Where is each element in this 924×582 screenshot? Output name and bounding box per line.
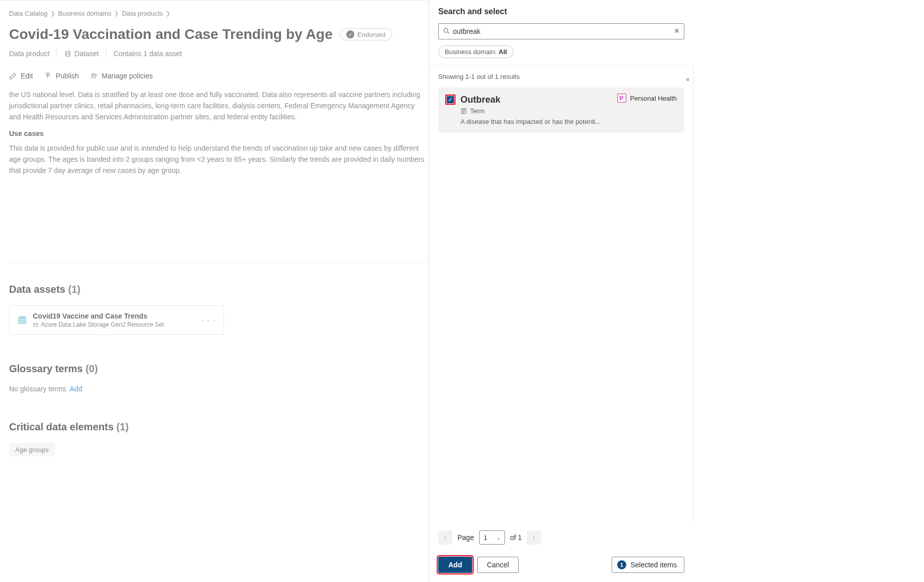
page-of-label: of 1: [510, 533, 522, 542]
cde-heading: Critical data elements (1): [9, 421, 429, 433]
more-icon[interactable]: · · ·: [202, 316, 216, 324]
pagination: ‹ Page 1 ⌄ of 1 ›: [429, 524, 694, 551]
search-icon: [443, 27, 450, 34]
result-item[interactable]: ✓ Outbreak Term A disease that has impac…: [438, 87, 684, 132]
page-select[interactable]: 1 ⌄: [479, 530, 505, 545]
edit-button[interactable]: Edit: [9, 72, 33, 80]
search-select-panel: Search and select ✕ Business domain: All…: [429, 0, 694, 582]
cancel-button[interactable]: Cancel: [477, 557, 519, 573]
assets-count: (1): [68, 284, 80, 295]
glossary-heading: Glossary terms (0): [9, 363, 429, 375]
next-page-button[interactable]: ›: [527, 530, 541, 545]
svg-point-1: [92, 73, 94, 75]
result-domain-tag: P Personal Health: [617, 94, 677, 103]
breadcrumb-item[interactable]: Data Catalog: [9, 10, 48, 17]
chevron-right-icon: ❯: [114, 10, 119, 17]
right-gutter: [694, 0, 924, 582]
assets-heading-label: Data assets: [9, 284, 65, 295]
description-text: the US national level. Data is stratifie…: [9, 89, 429, 122]
resource-icon: [33, 322, 38, 328]
manage-policies-button[interactable]: Manage policies: [90, 72, 153, 80]
cde-count: (1): [116, 421, 128, 432]
domain-name: Personal Health: [630, 95, 677, 102]
svg-point-2: [95, 74, 97, 76]
glossary-heading-label: Glossary terms: [9, 363, 83, 374]
cde-chip[interactable]: Age groups: [9, 443, 55, 457]
chevron-right-icon: ❯: [166, 10, 170, 17]
asset-title: Covid19 Vaccine and Case Trends: [33, 312, 164, 320]
svg-point-0: [66, 51, 70, 53]
check-icon: ✓: [346, 30, 354, 38]
result-checkbox[interactable]: ✓: [445, 95, 455, 105]
panel-title: Search and select: [438, 7, 684, 16]
search-input[interactable]: [453, 27, 669, 35]
result-description: A disease that has impacted or has the p…: [460, 118, 677, 125]
main-content: Data Catalog ❯ Business domains ❯ Data p…: [0, 0, 429, 582]
edit-label: Edit: [21, 72, 33, 80]
result-count: Showing 1-1 out of 1 results: [438, 73, 684, 80]
selected-items-pill[interactable]: 1 Selected items: [612, 557, 684, 573]
page-title: Covid-19 Vaccination and Case Trending b…: [9, 26, 333, 42]
endorsed-badge: ✓ Endorsed: [340, 28, 392, 40]
domain-filter-pill[interactable]: Business domain: All: [438, 46, 514, 58]
breadcrumb: Data Catalog ❯ Business domains ❯ Data p…: [9, 10, 429, 17]
selected-items-label: Selected items: [630, 561, 677, 569]
chevron-down-icon: ⌄: [496, 535, 500, 541]
publish-icon: [44, 72, 52, 80]
use-cases-text: This data is provided for public use and…: [9, 143, 429, 176]
publish-button[interactable]: Publish: [44, 72, 79, 80]
use-cases-heading: Use cases: [9, 129, 429, 138]
asset-subtitle: Azure Data Lake Storage Gen2 Resource Se…: [41, 321, 164, 328]
chevron-right-icon: ❯: [51, 10, 55, 17]
add-glossary-link[interactable]: Add: [70, 385, 82, 393]
asset-count-label: Contains 1 data asset: [113, 50, 181, 58]
term-icon: [460, 108, 467, 114]
page-number: 1: [484, 534, 487, 542]
svg-point-4: [19, 316, 26, 318]
domain-badge: P: [617, 94, 626, 103]
meta-row: Data product Dataset Contains 1 data ass…: [9, 50, 429, 58]
expand-icon[interactable]: «: [686, 76, 689, 83]
glossary-empty-text: No glossary terms: [9, 385, 66, 393]
dataset-icon: [64, 50, 71, 57]
checkmark-icon: ✓: [447, 96, 454, 103]
divider: [9, 262, 429, 262]
domain-filter-value: All: [498, 48, 507, 56]
svg-rect-5: [19, 321, 26, 321]
endorsed-label: Endorsed: [357, 31, 386, 38]
publish-label: Publish: [56, 72, 79, 80]
result-type-label: Term: [470, 107, 485, 115]
dataset-label: Dataset: [74, 50, 99, 58]
breadcrumb-item[interactable]: Business domains: [58, 10, 112, 17]
breadcrumb-item[interactable]: Data products: [122, 10, 163, 17]
search-input-wrap[interactable]: ✕: [438, 23, 684, 39]
selected-count-badge: 1: [617, 560, 626, 569]
pencil-icon: [9, 72, 17, 80]
action-bar: Edit Publish Manage policies: [9, 72, 429, 80]
clear-icon[interactable]: ✕: [674, 27, 680, 35]
prev-page-button[interactable]: ‹: [438, 530, 452, 545]
domain-filter-label: Business domain:: [445, 48, 497, 56]
policies-label: Manage policies: [102, 72, 153, 80]
svg-rect-6: [33, 323, 37, 327]
product-type-label: Data product: [9, 50, 50, 58]
page-label: Page: [457, 533, 474, 542]
policies-icon: [90, 72, 98, 80]
storage-icon: [17, 315, 28, 326]
svg-point-7: [444, 28, 448, 32]
glossary-count: (0): [85, 363, 98, 374]
data-assets-heading: Data assets (1): [9, 284, 429, 295]
add-button[interactable]: Add: [438, 557, 472, 573]
asset-card[interactable]: Covid19 Vaccine and Case Trends Azure Da…: [9, 305, 224, 335]
cde-heading-label: Critical data elements: [9, 421, 114, 432]
